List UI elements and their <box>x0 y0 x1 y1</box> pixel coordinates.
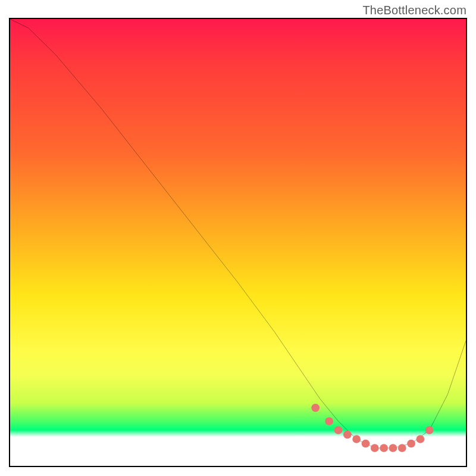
chart-gradient-background <box>10 19 466 466</box>
watermark-text: TheBottleneck.com <box>362 4 466 17</box>
chart-frame <box>9 18 467 467</box>
